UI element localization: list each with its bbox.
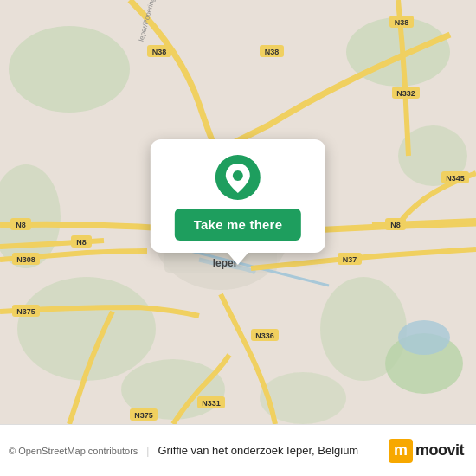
svg-text:N37: N37	[343, 255, 357, 264]
svg-text:N308: N308	[16, 255, 35, 264]
svg-text:N8: N8	[76, 238, 87, 247]
moovit-logo: m moovit	[389, 439, 464, 463]
copyright-text: © OpenStreetMap contributors	[9, 446, 138, 456]
popup-pointer	[228, 253, 248, 265]
svg-point-44	[233, 170, 243, 181]
svg-text:N8: N8	[16, 221, 26, 229]
svg-text:N8: N8	[390, 221, 401, 229]
svg-text:N38: N38	[395, 18, 409, 27]
map-container: N8 N8 N8 N38 N38 N38 N332 N345 N308 N375…	[0, 0, 476, 424]
moovit-text: moovit	[415, 441, 464, 460]
svg-text:N345: N345	[446, 174, 465, 183]
footer-bar: © OpenStreetMap contributors | Griffie v…	[0, 424, 476, 476]
svg-point-1	[9, 26, 130, 113]
svg-text:N331: N331	[202, 399, 221, 408]
footer-left: © OpenStreetMap contributors | Griffie v…	[9, 444, 358, 457]
map-pin-icon	[214, 153, 262, 202]
take-me-there-button[interactable]: Take me there	[175, 209, 301, 241]
svg-text:N38: N38	[265, 48, 280, 56]
svg-text:N332: N332	[396, 89, 415, 98]
popup-overlay: Take me there	[151, 139, 325, 265]
svg-text:N375: N375	[16, 307, 35, 316]
popup-card: Take me there	[151, 139, 325, 253]
svg-text:N375: N375	[134, 411, 153, 420]
svg-text:N38: N38	[152, 48, 167, 56]
footer-title: Griffie van het onderzoek Ieper, Belgium	[158, 444, 358, 457]
svg-point-12	[398, 320, 450, 355]
moovit-m-icon: m	[389, 439, 413, 463]
svg-text:N336: N336	[255, 331, 274, 340]
